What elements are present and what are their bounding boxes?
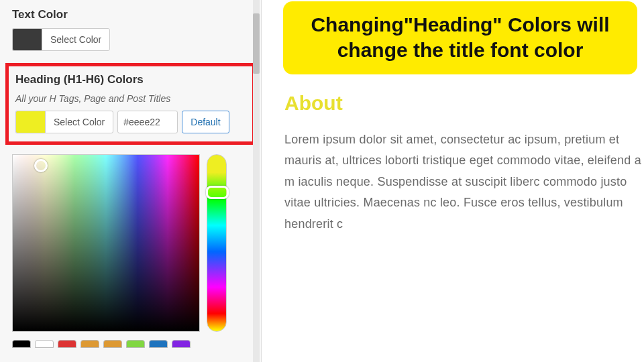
callout-text: Changing"Heading" Colors will change the… (302, 12, 619, 64)
text-color-select-button[interactable]: Select Color (42, 28, 110, 51)
color-picker (12, 154, 249, 332)
saturation-value-area[interactable] (12, 154, 200, 332)
about-heading: About (284, 92, 644, 115)
heading-color-highlight: Heading (H1-H6) Colors All your H Tags, … (5, 63, 256, 145)
heading-color-select-button[interactable]: Select Color (45, 111, 113, 133)
palette-swatch[interactable] (80, 340, 99, 348)
heading-color-title: Heading (H1-H6) Colors (15, 73, 246, 86)
preview-panel: Changing"Heading" Colors will change the… (262, 0, 644, 362)
palette-swatch[interactable] (12, 340, 31, 348)
palette-swatch[interactable] (58, 340, 76, 348)
preview-content: About Lorem ipsum dolor sit amet, consec… (280, 92, 644, 235)
body-paragraph: Lorem ipsum dolor sit amet, consectetur … (284, 129, 644, 235)
palette-swatch[interactable] (126, 340, 145, 348)
saturation-cursor[interactable] (34, 159, 48, 172)
customizer-panel: Text Color Select Color Heading (H1-H6) … (0, 0, 262, 362)
palette-swatch[interactable] (35, 340, 54, 348)
hue-slider[interactable] (207, 154, 227, 332)
heading-color-swatch[interactable] (15, 111, 45, 133)
text-color-row: Select Color (12, 28, 249, 51)
palette-swatch[interactable] (149, 340, 168, 348)
scrollbar-thumb[interactable] (253, 13, 260, 74)
callout-box: Changing"Heading" Colors will change the… (283, 1, 637, 74)
palette-swatch[interactable] (172, 340, 191, 348)
heading-color-hex-input[interactable] (117, 111, 178, 133)
palette-swatch[interactable] (103, 340, 122, 348)
hue-thumb[interactable] (206, 186, 229, 199)
text-color-swatch[interactable] (12, 28, 42, 51)
heading-color-default-button[interactable]: Default (182, 111, 229, 133)
palette-row (12, 340, 249, 348)
heading-color-subtitle: All your H Tags, Page and Post Titles (15, 93, 246, 104)
text-color-title: Text Color (12, 8, 249, 21)
heading-color-row: Select Color Default (15, 111, 246, 133)
